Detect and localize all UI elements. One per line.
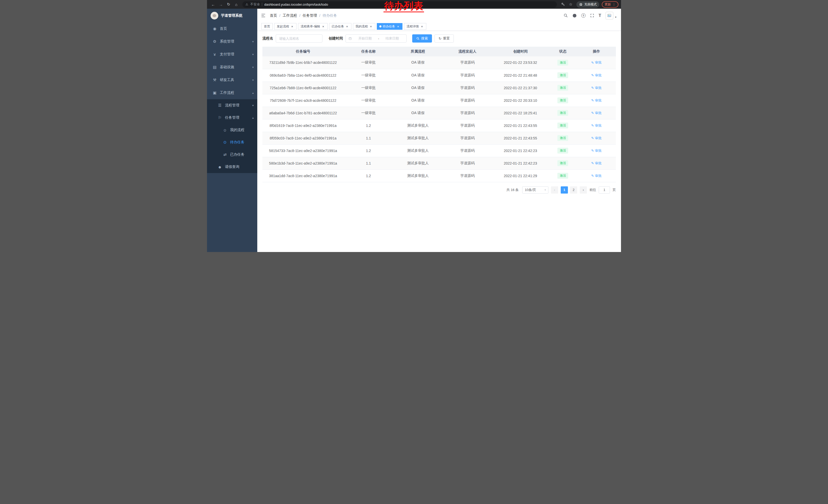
end-date-placeholder: 结束日期 (381, 36, 404, 41)
github-icon[interactable] (572, 13, 577, 18)
search-icon[interactable] (564, 13, 568, 18)
submenu-icon: ☻ (217, 165, 223, 169)
reset-button-label: 重置 (443, 36, 450, 41)
table-row: 8f059c03-7ac8-11ec-a9e2-a2380e71991a 1.1… (262, 132, 616, 144)
menu-item[interactable]: ▤ 基础设施 ▾ (207, 61, 257, 74)
menu-item[interactable]: ⚙ 系统管理 ▾ (207, 35, 257, 48)
approve-link[interactable]: ✎ 审批 (591, 60, 602, 65)
approve-link-label: 审批 (595, 136, 602, 140)
reset-button[interactable]: ↻ 重置 (434, 34, 454, 43)
cell-initiator: 芋道源码 (443, 107, 492, 119)
chevron-icon: ▾ (252, 53, 254, 56)
forward-icon[interactable]: → (217, 1, 224, 8)
breadcrumb-item[interactable]: 工作流程 / (283, 13, 303, 18)
key-icon[interactable] (560, 1, 567, 8)
status-badge: 激活 (557, 85, 568, 91)
caret-down-icon[interactable]: ▾ (615, 16, 616, 18)
page-number-button[interactable]: 1 (561, 186, 568, 193)
submenu-item[interactable]: ☻ 请假查询 (207, 161, 257, 173)
active-dot (379, 26, 381, 28)
approve-link[interactable]: ✎ 审批 (591, 174, 602, 178)
menu-item[interactable]: ⚒ 研发工具 ▾ (207, 74, 257, 86)
submenu-label: 任务管理 (225, 116, 239, 120)
page-content: 流程名 创建时间 开始日期 - 结束日期 (257, 31, 621, 197)
font-size-icon[interactable]: T (599, 13, 601, 18)
cell-action: ✎ 审批 (577, 157, 616, 170)
menu-label: 系统管理 (220, 39, 234, 44)
status-badge: 激活 (557, 110, 568, 116)
tab-label: 我的流程 (356, 25, 368, 29)
status-badge: 激活 (557, 123, 568, 129)
date-range-picker[interactable]: 开始日期 - 结束日期 (345, 34, 407, 43)
search-button[interactable]: 搜索 (412, 34, 432, 43)
menu-fold-icon[interactable] (261, 13, 266, 18)
goto-page-input[interactable] (599, 186, 610, 193)
tab[interactable]: 发起流程 × (274, 23, 296, 30)
approve-link[interactable]: ✎ 审批 (591, 111, 602, 116)
tab[interactable]: 已办任务 × (329, 23, 351, 30)
next-page-button[interactable]: › (580, 186, 587, 193)
tab[interactable]: 首页 × (261, 23, 273, 30)
tab-close-icon[interactable]: × (369, 25, 373, 28)
menu-item[interactable]: ◉ 首页 (207, 22, 257, 35)
breadcrumb-item[interactable]: 待办任务 / (323, 13, 337, 18)
tab-close-icon[interactable]: × (420, 25, 424, 28)
cell-initiator: 芋道源码 (443, 94, 492, 107)
tab[interactable]: 待办任务 × (377, 23, 403, 30)
refresh-icon[interactable]: ↻ (225, 1, 232, 8)
help-icon[interactable]: ? (581, 13, 586, 18)
menu-item[interactable]: ¥ 支付管理 ▾ (207, 48, 257, 61)
cell-status: 激活 (549, 56, 577, 69)
app-logo: 芋道管理系统 (207, 9, 257, 22)
page-number-button[interactable]: 2 (570, 186, 577, 193)
tab-close-icon[interactable]: × (290, 25, 294, 28)
star-icon[interactable]: ☆ (567, 1, 574, 8)
page-size-select[interactable]: 10条/页 ▾ (522, 186, 548, 193)
approve-link[interactable]: ✎ 审批 (591, 123, 602, 128)
table-header-row: 任务编号任务名称所属流程流程发起人创建时间状态操作 (262, 47, 616, 56)
cell-created-time: 2022-01-22 20:33:10 (492, 94, 549, 107)
menu-label: 工作流程 (220, 91, 234, 95)
tab[interactable]: 流程详情 × (404, 23, 426, 30)
tab-close-icon[interactable]: × (321, 25, 325, 28)
submenu-item[interactable]: ☺ 我的流程 (207, 124, 257, 136)
submenu-label: 流程管理 (225, 103, 239, 108)
approve-link[interactable]: ✎ 审批 (591, 98, 602, 103)
approve-link[interactable]: ✎ 审批 (591, 86, 602, 90)
process-name-input[interactable] (276, 34, 322, 43)
approve-link[interactable]: ✎ 审批 (591, 136, 602, 140)
home-icon[interactable]: ⌂ (233, 1, 240, 8)
submenu-item[interactable]: ⊙ 待办任务 (207, 136, 257, 148)
cell-process: OA 请假 (393, 107, 443, 119)
edit-icon: ✎ (591, 61, 594, 64)
range-separator: - (378, 37, 379, 41)
approve-link-label: 审批 (595, 123, 602, 128)
chevron-icon: ▴ (252, 91, 254, 95)
fullscreen-icon[interactable] (590, 13, 594, 18)
avatar[interactable] (606, 12, 613, 19)
cell-created-time: 2022-01-21 22:42:23 (492, 157, 549, 170)
tags-view: 首页 × 发起流程 × 流程表单-编辑 × (257, 22, 621, 31)
chevron-icon: ▾ (252, 104, 254, 107)
tab[interactable]: 流程表单-编辑 × (298, 23, 328, 30)
approve-link[interactable]: ✎ 审批 (591, 148, 602, 153)
submenu-item[interactable]: ⇄ 已办任务 (207, 148, 257, 161)
menu-item[interactable]: ▣ 工作流程 ▴ (207, 86, 257, 99)
table-row: 73211d9d-7b9b-11ec-b5b7-acde48001122 一级审… (262, 56, 616, 69)
breadcrumb-item[interactable]: 任务管理 / (303, 13, 323, 18)
approve-link[interactable]: ✎ 审批 (591, 161, 602, 166)
menu-label: 基础设施 (220, 65, 234, 70)
back-icon[interactable]: ← (210, 1, 217, 8)
tab-label: 已办任务 (332, 25, 344, 29)
submenu-item[interactable]: ⚐ 任务管理 ▴ (207, 111, 257, 124)
tab-close-icon[interactable]: × (345, 25, 349, 28)
tab-close-icon[interactable]: × (396, 25, 400, 28)
approve-link[interactable]: ✎ 审批 (591, 73, 602, 78)
prev-page-button[interactable]: ‹ (551, 186, 558, 193)
tab[interactable]: 我的流程 × (353, 23, 375, 30)
cell-action: ✎ 审批 (577, 132, 616, 144)
update-button[interactable]: 更新 ⋮ (602, 1, 618, 8)
divider (262, 3, 262, 6)
breadcrumb-item[interactable]: 首页 / (270, 13, 283, 18)
submenu-item[interactable]: ☰ 流程管理 ▾ (207, 99, 257, 111)
